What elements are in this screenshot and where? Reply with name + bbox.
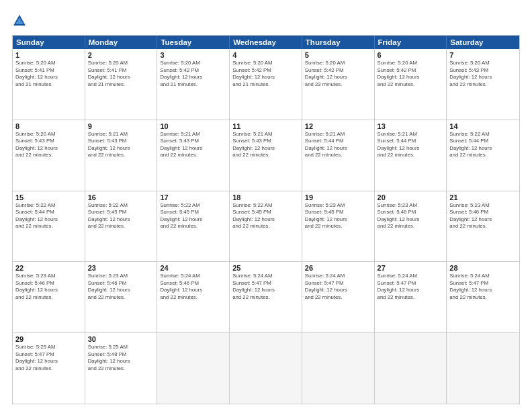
day-info: Sunrise: 5:20 AM Sunset: 5:41 PM Dayligh…: [15, 60, 82, 88]
day-info: Sunrise: 5:21 AM Sunset: 5:43 PM Dayligh…: [88, 131, 154, 159]
day-info: Sunrise: 5:24 AM Sunset: 5:47 PM Dayligh…: [305, 273, 371, 301]
day-number: 7: [449, 51, 517, 59]
day-number: 25: [232, 264, 299, 272]
day-info: Sunrise: 5:20 AM Sunset: 5:42 PM Dayligh…: [305, 60, 371, 88]
day-info: Sunrise: 5:25 AM Sunset: 5:48 PM Dayligh…: [88, 344, 154, 372]
day-info: Sunrise: 5:22 AM Sunset: 5:45 PM Dayligh…: [88, 202, 154, 230]
calendar-week-3: 15Sunrise: 5:22 AM Sunset: 5:44 PM Dayli…: [13, 191, 519, 263]
calendar-day-11: 11Sunrise: 5:21 AM Sunset: 5:43 PM Dayli…: [230, 120, 302, 191]
calendar-week-5: 29Sunrise: 5:25 AM Sunset: 5:47 PM Dayli…: [13, 333, 519, 404]
day-number: 28: [449, 264, 517, 272]
calendar-day-4: 4Sunrise: 5:20 AM Sunset: 5:42 PM Daylig…: [230, 49, 302, 120]
day-info: Sunrise: 5:22 AM Sunset: 5:44 PM Dayligh…: [449, 131, 517, 159]
calendar-day-2: 2Sunrise: 5:20 AM Sunset: 5:41 PM Daylig…: [85, 49, 158, 120]
day-number: 29: [15, 335, 82, 343]
calendar-day-12: 12Sunrise: 5:21 AM Sunset: 5:44 PM Dayli…: [302, 120, 375, 191]
day-info: Sunrise: 5:20 AM Sunset: 5:42 PM Dayligh…: [378, 60, 444, 88]
day-number: 2: [88, 51, 154, 59]
header-day-monday: Monday: [85, 36, 158, 49]
day-info: Sunrise: 5:24 AM Sunset: 5:47 PM Dayligh…: [232, 273, 299, 301]
calendar-day-26: 26Sunrise: 5:24 AM Sunset: 5:47 PM Dayli…: [302, 262, 375, 332]
page: SundayMondayTuesdayWednesdayThursdayFrid…: [0, 0, 532, 411]
day-info: Sunrise: 5:25 AM Sunset: 5:47 PM Dayligh…: [15, 344, 82, 372]
header-day-saturday: Saturday: [447, 36, 519, 49]
day-info: Sunrise: 5:22 AM Sunset: 5:45 PM Dayligh…: [160, 202, 226, 230]
calendar-day-27: 27Sunrise: 5:24 AM Sunset: 5:47 PM Dayli…: [375, 262, 447, 332]
day-number: 17: [160, 193, 226, 201]
calendar-day-17: 17Sunrise: 5:22 AM Sunset: 5:45 PM Dayli…: [157, 191, 230, 262]
day-info: Sunrise: 5:22 AM Sunset: 5:45 PM Dayligh…: [232, 202, 299, 230]
day-info: Sunrise: 5:21 AM Sunset: 5:44 PM Dayligh…: [378, 131, 444, 159]
calendar-day-14: 14Sunrise: 5:22 AM Sunset: 5:44 PM Dayli…: [447, 120, 519, 191]
calendar-day-10: 10Sunrise: 5:21 AM Sunset: 5:43 PM Dayli…: [157, 120, 230, 191]
day-number: 19: [305, 193, 371, 201]
day-info: Sunrise: 5:23 AM Sunset: 5:46 PM Dayligh…: [88, 273, 154, 301]
calendar-day-22: 22Sunrise: 5:23 AM Sunset: 5:46 PM Dayli…: [13, 262, 85, 332]
day-info: Sunrise: 5:21 AM Sunset: 5:43 PM Dayligh…: [160, 131, 226, 159]
day-info: Sunrise: 5:23 AM Sunset: 5:46 PM Dayligh…: [449, 202, 517, 230]
calendar-day-28: 28Sunrise: 5:24 AM Sunset: 5:47 PM Dayli…: [447, 262, 519, 332]
day-number: 8: [15, 122, 82, 130]
calendar-week-1: 1Sunrise: 5:20 AM Sunset: 5:41 PM Daylig…: [13, 49, 519, 120]
day-number: 3: [160, 51, 226, 59]
day-info: Sunrise: 5:21 AM Sunset: 5:44 PM Dayligh…: [305, 131, 371, 159]
day-number: 18: [232, 193, 299, 201]
header-day-tuesday: Tuesday: [157, 36, 230, 49]
calendar-day-8: 8Sunrise: 5:20 AM Sunset: 5:43 PM Daylig…: [13, 120, 85, 191]
day-info: Sunrise: 5:23 AM Sunset: 5:45 PM Dayligh…: [305, 202, 371, 230]
day-number: 21: [449, 193, 517, 201]
calendar: SundayMondayTuesdayWednesdayThursdayFrid…: [12, 35, 520, 404]
calendar-day-5: 5Sunrise: 5:20 AM Sunset: 5:42 PM Daylig…: [302, 49, 375, 120]
day-number: 11: [232, 122, 299, 130]
day-number: 9: [88, 122, 154, 130]
logo-icon: [12, 13, 27, 28]
day-number: 23: [88, 264, 154, 272]
day-info: Sunrise: 5:23 AM Sunset: 5:46 PM Dayligh…: [15, 273, 82, 301]
header-day-wednesday: Wednesday: [230, 36, 302, 49]
day-info: Sunrise: 5:20 AM Sunset: 5:43 PM Dayligh…: [15, 131, 82, 159]
day-number: 24: [160, 264, 226, 272]
day-number: 26: [305, 264, 371, 272]
day-number: 15: [15, 193, 82, 201]
logo: [12, 12, 28, 28]
header-day-sunday: Sunday: [13, 36, 85, 49]
day-info: Sunrise: 5:22 AM Sunset: 5:44 PM Dayligh…: [15, 202, 82, 230]
day-info: Sunrise: 5:21 AM Sunset: 5:43 PM Dayligh…: [232, 131, 299, 159]
day-info: Sunrise: 5:20 AM Sunset: 5:42 PM Dayligh…: [160, 60, 226, 88]
calendar-week-4: 22Sunrise: 5:23 AM Sunset: 5:46 PM Dayli…: [13, 262, 519, 333]
calendar-day-9: 9Sunrise: 5:21 AM Sunset: 5:43 PM Daylig…: [85, 120, 158, 191]
calendar-day-empty: [230, 333, 302, 404]
calendar-body: 1Sunrise: 5:20 AM Sunset: 5:41 PM Daylig…: [13, 49, 519, 404]
day-info: Sunrise: 5:23 AM Sunset: 5:46 PM Dayligh…: [378, 202, 444, 230]
day-number: 12: [305, 122, 371, 130]
calendar-day-25: 25Sunrise: 5:24 AM Sunset: 5:47 PM Dayli…: [230, 262, 302, 332]
day-info: Sunrise: 5:24 AM Sunset: 5:46 PM Dayligh…: [160, 273, 226, 301]
day-number: 4: [232, 51, 299, 59]
calendar-day-1: 1Sunrise: 5:20 AM Sunset: 5:41 PM Daylig…: [13, 49, 85, 120]
calendar-day-21: 21Sunrise: 5:23 AM Sunset: 5:46 PM Dayli…: [447, 191, 519, 262]
day-number: 6: [378, 51, 444, 59]
calendar-day-3: 3Sunrise: 5:20 AM Sunset: 5:42 PM Daylig…: [157, 49, 230, 120]
day-info: Sunrise: 5:20 AM Sunset: 5:41 PM Dayligh…: [88, 60, 154, 88]
day-number: 1: [15, 51, 82, 59]
header-day-friday: Friday: [375, 36, 447, 49]
calendar-day-30: 30Sunrise: 5:25 AM Sunset: 5:48 PM Dayli…: [85, 333, 158, 404]
day-info: Sunrise: 5:20 AM Sunset: 5:42 PM Dayligh…: [232, 60, 299, 88]
calendar-day-empty: [447, 333, 519, 404]
calendar-day-29: 29Sunrise: 5:25 AM Sunset: 5:47 PM Dayli…: [13, 333, 85, 404]
calendar-header: SundayMondayTuesdayWednesdayThursdayFrid…: [13, 36, 519, 49]
header-day-thursday: Thursday: [302, 36, 375, 49]
day-number: 10: [160, 122, 226, 130]
day-info: Sunrise: 5:24 AM Sunset: 5:47 PM Dayligh…: [449, 273, 517, 301]
day-number: 27: [378, 264, 444, 272]
day-number: 5: [305, 51, 371, 59]
day-number: 14: [449, 122, 517, 130]
calendar-day-6: 6Sunrise: 5:20 AM Sunset: 5:42 PM Daylig…: [375, 49, 447, 120]
calendar-day-23: 23Sunrise: 5:23 AM Sunset: 5:46 PM Dayli…: [85, 262, 158, 332]
calendar-day-15: 15Sunrise: 5:22 AM Sunset: 5:44 PM Dayli…: [13, 191, 85, 262]
calendar-day-24: 24Sunrise: 5:24 AM Sunset: 5:46 PM Dayli…: [157, 262, 230, 332]
calendar-day-empty: [375, 333, 447, 404]
calendar-day-16: 16Sunrise: 5:22 AM Sunset: 5:45 PM Dayli…: [85, 191, 158, 262]
day-info: Sunrise: 5:24 AM Sunset: 5:47 PM Dayligh…: [378, 273, 444, 301]
day-number: 30: [88, 335, 154, 343]
